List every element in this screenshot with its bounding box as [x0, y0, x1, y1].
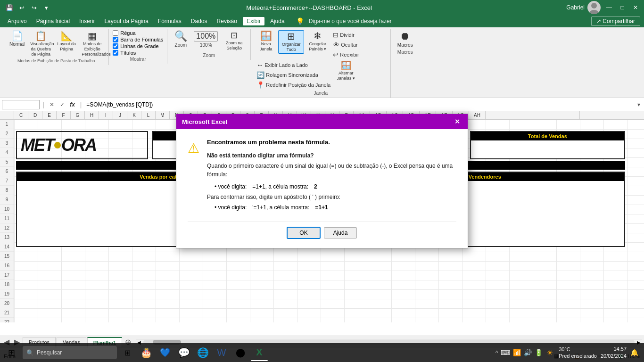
weather-area: ☀ 30°C Pred ensolarado — [546, 346, 597, 360]
example2-before: • você digita: — [215, 204, 247, 211]
sound-icon: 🔊 — [524, 349, 532, 356]
example1-input: =1+1, a célula mostra: — [252, 183, 308, 190]
battery-icon: 🔋 — [535, 349, 543, 356]
tray-expand-icon[interactable]: ^ — [495, 350, 498, 355]
weather-condition: Pred ensolarado — [559, 353, 597, 359]
taskbar-birthday-app[interactable]: 🎂 — [138, 344, 155, 361]
excel-error-dialog: Microsoft Excel ✕ ⚠ Encontramos um probl… — [176, 114, 468, 248]
weather-temp: 30°C — [559, 346, 597, 353]
weather-info: 30°C Pred ensolarado — [559, 346, 597, 360]
time-display[interactable]: 14:57 20/02/2024 — [601, 346, 627, 360]
taskbar-word[interactable]: W — [213, 344, 230, 361]
dialog-close-btn[interactable]: ✕ — [453, 117, 462, 126]
example2-output: =1+1 — [315, 204, 328, 211]
wifi-icon: 📶 — [513, 349, 521, 356]
dialog-title: Microsoft Excel — [182, 118, 227, 125]
taskbar: ⊞ 🔍 Pesquisar ⊞ 🎂 💙 💬 🌐 W ⬤ X ^ ⌨ 📶 🔊 🔋 … — [0, 343, 644, 362]
search-icon: 🔍 — [26, 349, 34, 356]
dialog-body: ⚠ Encontramos um problema nesta fórmula.… — [176, 129, 468, 248]
system-tray: ^ ⌨ 📶 🔊 🔋 — [495, 349, 543, 356]
dialog-warning-section: ⚠ Encontramos um problema nesta fórmula.… — [188, 139, 456, 214]
example1-before: • você digita: — [215, 183, 247, 190]
warning-content: Encontramos um problema nesta fórmula. N… — [207, 139, 456, 214]
taskbar-right: ^ ⌨ 📶 🔊 🔋 ☀ 30°C Pred ensolarado 14:57 2… — [495, 346, 642, 360]
weather-icon: ☀ — [546, 348, 553, 357]
taskbar-edge[interactable]: 🌐 — [194, 344, 211, 361]
dialog-section1-text: Quando o primeiro caractere é um sinal d… — [207, 162, 456, 179]
dialog-section2-text: Para contornar isso, digite um apóstrofo… — [207, 193, 456, 201]
clock-time: 14:57 — [601, 346, 627, 353]
dialog-example-2: • você digita: '=1+1, a célula mostra: =… — [215, 204, 456, 211]
dialog-ok-btn[interactable]: OK — [287, 227, 320, 239]
notification-icon[interactable]: 🔔 — [630, 349, 638, 356]
dialog-help-btn[interactable]: Ajuda — [324, 227, 357, 239]
dialog-buttons: OK Ajuda — [188, 221, 456, 239]
keyboard-icon: ⌨ — [501, 349, 510, 356]
dialog-titlebar: Microsoft Excel ✕ — [176, 114, 468, 129]
dialog-example-1: • você digita: =1+1, a célula mostra: 2 — [215, 183, 456, 190]
taskbar-search-box[interactable]: 🔍 Pesquisar — [23, 346, 117, 359]
dialog-overlay: Microsoft Excel ✕ ⚠ Encontramos um probl… — [0, 0, 644, 362]
example1-output: 2 — [314, 183, 317, 190]
warning-icon: ⚠ — [188, 140, 199, 156]
taskbar-search-text: Pesquisar — [37, 349, 62, 356]
taskbar-task-view[interactable]: ⊞ — [119, 344, 136, 361]
dialog-main-text: Encontramos um problema nesta fórmula. — [207, 139, 456, 146]
clock-date: 20/02/2024 — [601, 353, 627, 360]
taskbar-chrome[interactable]: ⬤ — [232, 344, 249, 361]
example2-input: '=1+1, a célula mostra: — [252, 204, 309, 211]
taskbar-excel[interactable]: X — [251, 344, 268, 361]
taskbar-vscode[interactable]: 💙 — [157, 344, 173, 361]
dialog-section-1: Não está tentando digitar uma fórmula? Q… — [207, 151, 456, 179]
dialog-section1-title: Não está tentando digitar uma fórmula? — [207, 151, 456, 160]
taskbar-teams[interactable]: 💬 — [175, 344, 192, 361]
start-button[interactable]: ⊞ — [2, 344, 21, 361]
